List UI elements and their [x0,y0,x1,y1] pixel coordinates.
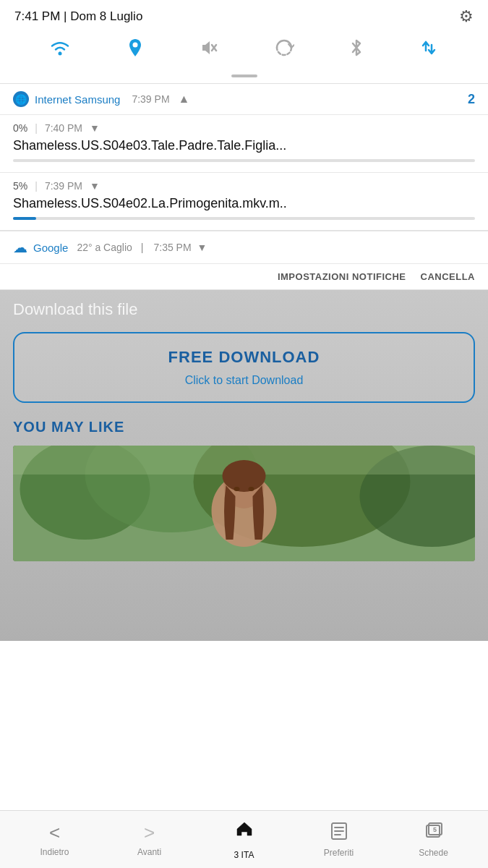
download-this-file-text: Download this file [13,300,475,319]
download-time-1: 7:40 PM [45,122,82,134]
progress-fill-2 [13,217,36,220]
forward-label: Avanti [137,847,161,857]
nav-favorites[interactable]: Preferiti [291,822,386,858]
tabs-icon: 5 [424,822,443,845]
free-download-subtitle: Click to start Download [29,374,459,387]
data-arrows-icon[interactable] [419,38,439,63]
samsung-internet-app-name: Internet Samsung [35,93,120,106]
time: 7:41 PM [14,9,60,23]
browser-content-wrapper: Download this file FREE DOWNLOAD Click t… [0,290,488,569]
svg-point-0 [59,52,62,56]
google-notification: ☁ Google 22° a Caglio | 7:35 PM ▼ [0,231,488,263]
forward-icon: > [144,822,155,844]
download-percent-2: 5% [13,180,27,192]
drag-handle-bar [231,75,257,77]
home-badge-container: 3 ITA [235,820,254,843]
free-download-box[interactable]: FREE DOWNLOAD Click to start Download [13,332,475,403]
you-may-like-image [13,446,475,561]
quick-settings-bar [0,30,488,73]
cancel-button[interactable]: CANCELLA [421,271,476,282]
browser-navigation-bar: < Indietro > Avanti 3 ITA 3 ITA Pr [0,810,488,868]
svg-point-14 [249,487,254,491]
home-label: 3 ITA [234,850,254,860]
favorites-label: Preferiti [324,848,354,858]
svg-text:5: 5 [433,826,437,833]
google-weather-detail: 22° a Caglio [77,242,132,253]
download-meta-2: 5% | 7:39 PM ▼ [13,180,475,192]
download-item-1: 0% | 7:40 PM ▼ Shameless.US.S04e03.Tale.… [0,114,488,172]
browser-area: Download this file FREE DOWNLOAD Click t… [0,290,488,641]
home-icon [235,824,254,842]
svg-point-1 [133,43,138,48]
separator: | [64,9,70,23]
samsung-internet-header-left: 🌐 Internet Samsung 7:39 PM ▲ [13,91,189,107]
favorites-icon [330,822,348,845]
download-chevron-2: ▼ [90,180,100,192]
google-app-name: Google [33,242,68,254]
samsung-internet-app-icon: 🌐 [13,91,29,107]
download-chevron-1: ▼ [90,122,100,134]
status-time-date: 7:41 PM | Dom 8 Luglio [14,9,142,24]
google-cloud-icon: ☁ [13,239,27,256]
back-icon: < [49,822,60,844]
samsung-internet-header: 🌐 Internet Samsung 7:39 PM ▲ 2 [0,84,488,114]
samsung-internet-badge: 2 [468,92,475,107]
nav-tabs[interactable]: 5 Schede [386,822,481,858]
samsung-internet-time: 7:39 PM [132,93,169,105]
progress-track-2 [13,217,475,220]
date: Dom 8 Luglio [70,9,142,23]
notification-actions: IMPOSTAZIONI NOTIFICHE CANCELLA [0,263,488,289]
google-chevron: ▼ [197,242,207,253]
download-percent-1: 0% [13,122,27,134]
svg-point-13 [234,487,240,491]
free-download-title: FREE DOWNLOAD [29,348,459,367]
wifi-icon[interactable] [49,38,71,62]
back-label: Indietro [40,847,69,857]
mute-icon[interactable] [200,38,218,62]
download-meta-1: 0% | 7:40 PM ▼ [13,122,475,134]
download-filename-1: Shameless.US.S04e03.Tale.Padre.Tale.Figl… [13,138,475,153]
drag-handle [0,73,488,83]
progress-track-1 [13,159,475,162]
notification-panel: 🌐 Internet Samsung 7:39 PM ▲ 2 0% | 7:40… [0,84,488,289]
nav-forward[interactable]: > Avanti [102,822,197,857]
bluetooth-icon[interactable] [349,38,364,63]
status-bar: 7:41 PM | Dom 8 Luglio ⚙ [0,0,488,30]
sync-icon[interactable] [274,38,294,63]
settings-notifications-button[interactable]: IMPOSTAZIONI NOTIFICHE [278,271,406,282]
samsung-internet-chevron-up: ▲ [179,93,190,106]
nav-home[interactable]: 3 ITA 3 ITA [197,820,291,860]
nav-back[interactable]: < Indietro [7,822,102,857]
location-icon[interactable] [126,38,145,63]
svg-point-12 [223,460,266,492]
you-may-like-title: YOU MAY LIKE [13,419,475,435]
settings-icon[interactable]: ⚙ [459,7,474,26]
download-time-2: 7:39 PM [45,180,82,192]
download-filename-2: Shameless.US.S04e02.La.Primogenita.mkv.m… [13,196,475,211]
download-item-2: 5% | 7:39 PM ▼ Shameless.US.S04e02.La.Pr… [0,172,488,230]
tabs-label: Schede [419,848,448,858]
google-notif-time: 7:35 PM [153,242,191,253]
